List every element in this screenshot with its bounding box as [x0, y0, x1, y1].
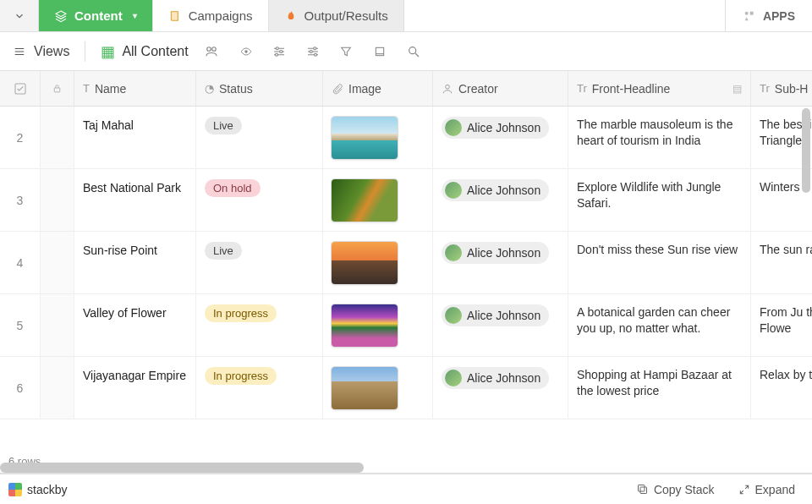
row-lock-cell — [41, 294, 74, 357]
image-thumbnail[interactable] — [332, 117, 398, 159]
col-sub-h[interactable]: Tr Sub-H — [751, 71, 812, 107]
col-creator[interactable]: Creator — [433, 71, 568, 107]
svg-point-4 — [244, 50, 248, 53]
cell-creator[interactable]: Alice Johnson — [433, 294, 568, 357]
front-headline-text: A botanical garden can cheer you up, no … — [577, 304, 742, 337]
col-lock — [41, 71, 74, 107]
cell-status[interactable]: Live — [196, 232, 323, 294]
image-thumbnail[interactable] — [332, 179, 398, 222]
tab-campaigns[interactable]: Campaigns — [153, 0, 269, 31]
sort-icon[interactable] — [305, 44, 324, 59]
col-status[interactable]: ◔ Status — [196, 71, 323, 107]
visibility-icon[interactable] — [238, 46, 256, 58]
column-menu-icon[interactable]: ▤ — [732, 83, 742, 95]
col-front-label: Front-Headline — [592, 82, 671, 96]
cell-sub[interactable]: Relax by t Sanapur — [751, 357, 812, 419]
cell-creator[interactable]: Alice Johnson — [433, 232, 568, 294]
col-image[interactable]: Image — [323, 71, 433, 107]
cell-sub[interactable]: The sun rays are — [751, 232, 812, 294]
creator-chip[interactable]: Alice Johnson — [442, 367, 549, 389]
layers-icon — [54, 9, 68, 23]
sub-h-text: Relax by t Sanapur — [760, 367, 812, 383]
row-height-icon[interactable] — [373, 45, 392, 58]
brand-logo[interactable]: stackby — [8, 483, 67, 496]
cell-creator[interactable]: Alice Johnson — [433, 169, 568, 232]
copy-stack-label: Copy Stack — [654, 483, 715, 496]
cell-name-wrap[interactable]: Sun-rise Point — [74, 232, 196, 294]
expand-label: Expand — [755, 483, 795, 496]
view-picker[interactable]: ▦ All Content — [101, 42, 188, 61]
apps-button[interactable]: APPS — [725, 0, 812, 31]
cell-name-wrap[interactable]: Best National Park — [74, 169, 196, 232]
cell-image[interactable] — [323, 232, 433, 294]
tab-content[interactable]: Content ▾ — [39, 0, 153, 31]
stackby-logo-icon — [8, 483, 22, 496]
cell-name-wrap[interactable]: Taj Mahal — [74, 107, 196, 169]
views-menu[interactable]: Views — [12, 44, 69, 59]
expand-icon — [738, 484, 750, 496]
horizontal-scrollbar[interactable] — [0, 461, 812, 473]
filter-sliders-icon[interactable] — [272, 44, 290, 59]
cell-image[interactable] — [323, 169, 433, 232]
tab-output[interactable]: Output/Results — [269, 0, 404, 31]
cell-image[interactable] — [323, 107, 433, 169]
brand-label: stackby — [27, 483, 67, 496]
formula-icon: Tr — [577, 82, 587, 95]
cell-creator[interactable]: Alice Johnson — [433, 357, 568, 419]
cell-sub[interactable]: From Ju the best of Flowe — [751, 294, 812, 357]
funnel-icon[interactable] — [339, 45, 358, 58]
image-thumbnail[interactable] — [332, 367, 398, 409]
col-sub-label: Sub-H — [775, 82, 809, 96]
image-thumbnail[interactable] — [332, 304, 398, 347]
creator-chip[interactable]: Alice Johnson — [442, 117, 549, 139]
cell-creator[interactable]: Alice Johnson — [433, 107, 568, 169]
creator-chip[interactable]: Alice Johnson — [442, 242, 549, 264]
avatar-icon — [445, 307, 462, 324]
cell-front[interactable]: A botanical garden can cheer you up, no … — [568, 294, 751, 357]
apps-label: APPS — [763, 9, 795, 23]
view-toolbar: Views ▦ All Content — [0, 32, 812, 71]
cell-status[interactable]: Live — [196, 107, 323, 169]
cell-name: Vijayanagar Empire — [83, 369, 186, 382]
cell-front[interactable]: Don't miss these Sun rise view — [568, 232, 751, 294]
cell-image[interactable] — [323, 357, 433, 419]
col-front-headline[interactable]: Tr Front-Headline ▤ — [568, 71, 751, 107]
creator-chip[interactable]: Alice Johnson — [442, 179, 549, 201]
row-lock-cell — [41, 357, 74, 419]
creator-name: Alice Johnson — [467, 121, 540, 134]
cell-status[interactable]: In progress — [196, 357, 323, 419]
cell-front[interactable]: Shopping at Hampi Bazaar at the lowest p… — [568, 357, 751, 419]
copy-stack-button[interactable]: Copy Stack — [628, 479, 723, 500]
back-chevron-button[interactable] — [0, 0, 39, 31]
vertical-scrollbar[interactable] — [802, 108, 810, 193]
row-number: 5 — [0, 294, 41, 357]
view-name: All Content — [122, 44, 188, 59]
toolbar-divider — [85, 41, 85, 62]
share-icon[interactable] — [204, 44, 222, 59]
checkbox-icon — [14, 82, 27, 96]
col-checkbox[interactable] — [0, 71, 41, 107]
svg-point-10 — [314, 53, 316, 56]
cell-front[interactable]: The marble mausoleum is the heart of tou… — [568, 107, 751, 169]
row-number: 3 — [0, 169, 41, 232]
svg-rect-19 — [638, 485, 645, 492]
search-icon[interactable] — [407, 45, 425, 58]
col-status-label: Status — [219, 82, 253, 96]
creator-chip[interactable]: Alice Johnson — [442, 304, 549, 326]
front-headline-text: Explore Wildlife with Jungle Safari. — [577, 179, 742, 211]
cell-name-wrap[interactable]: Valley of Flower — [74, 294, 196, 357]
cell-status[interactable]: On hold — [196, 169, 323, 232]
expand-button[interactable]: Expand — [730, 479, 804, 500]
avatar-icon — [445, 370, 462, 386]
col-name[interactable]: T Name — [74, 71, 196, 107]
image-thumbnail[interactable] — [332, 242, 398, 284]
svg-line-14 — [415, 53, 419, 57]
status-pill: In progress — [205, 304, 277, 322]
cell-image[interactable] — [323, 294, 433, 357]
cell-name: Taj Mahal — [83, 118, 134, 132]
cell-name-wrap[interactable]: Vijayanagar Empire — [74, 357, 196, 419]
attachment-icon — [332, 83, 343, 95]
svg-rect-1 — [750, 11, 754, 14]
cell-front[interactable]: Explore Wildlife with Jungle Safari. — [568, 169, 751, 232]
cell-status[interactable]: In progress — [196, 294, 323, 357]
